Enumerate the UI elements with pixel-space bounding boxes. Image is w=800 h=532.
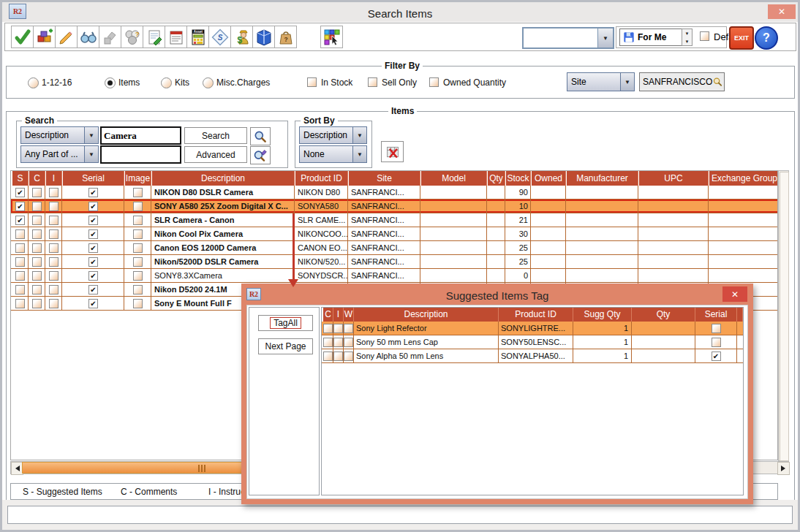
site-search-field[interactable]: SANFRANCISCO xyxy=(639,72,725,91)
sort-primary-combobox[interactable]: Description xyxy=(299,126,367,144)
next-page-button[interactable]: Next Page xyxy=(258,338,313,354)
column-header-desc[interactable]: Description xyxy=(152,171,295,186)
column-header-pid[interactable]: Product ID xyxy=(295,171,348,186)
image-checkbox[interactable] xyxy=(133,243,143,253)
labor-dollar-icon[interactable]: $ xyxy=(230,26,253,48)
column-header-s[interactable]: S xyxy=(12,171,29,186)
search-button[interactable]: Search xyxy=(184,127,247,144)
c-checkbox[interactable] xyxy=(32,299,42,308)
s-checkbox[interactable] xyxy=(15,188,25,197)
i-checkbox[interactable] xyxy=(49,257,59,267)
image-checkbox[interactable] xyxy=(133,257,143,267)
i-checkbox[interactable] xyxy=(49,202,59,211)
c-checkbox[interactable] xyxy=(32,285,42,294)
calendar-icon[interactable] xyxy=(165,26,187,48)
image-checkbox[interactable] xyxy=(133,202,143,211)
i-checkbox[interactable] xyxy=(333,338,343,347)
column-header-i[interactable]: I xyxy=(46,171,62,186)
dialog-table-row[interactable]: Sony 50 mm Lens CapSONY50LENSC...1 xyxy=(322,335,743,349)
search-field-combobox[interactable]: Description xyxy=(20,126,99,144)
help-icon[interactable]: ? xyxy=(755,26,778,50)
vertical-scrollbar-thumb[interactable] xyxy=(780,172,789,461)
chevron-down-icon[interactable] xyxy=(84,127,98,143)
search-icon[interactable] xyxy=(712,75,723,88)
filter-checkbox-sell-only[interactable] xyxy=(368,77,377,87)
notes-icon[interactable] xyxy=(143,26,165,48)
save-for-me-button[interactable]: For Me xyxy=(619,28,685,46)
w-checkbox[interactable] xyxy=(344,338,353,347)
multi-select-icon[interactable] xyxy=(320,26,343,48)
move-disabled-icon[interactable] xyxy=(99,26,121,48)
search-query-input[interactable] xyxy=(100,126,181,145)
serial-checkbox[interactable] xyxy=(88,188,98,197)
suggested-items-table[interactable]: CIWDescriptionProduct IDSugg QtyQtySeria… xyxy=(321,307,744,495)
column-header-owned[interactable]: Owned xyxy=(532,171,566,186)
filter-radio-misc-charges[interactable] xyxy=(203,77,214,88)
filter-radio-1-12-16[interactable] xyxy=(28,77,39,88)
i-checkbox[interactable] xyxy=(333,324,343,333)
table-row[interactable]: Nikon Cool Pix CameraNIKONCOO...SANFRANC… xyxy=(11,227,778,241)
i-checkbox[interactable] xyxy=(49,188,59,197)
column-header-exchange[interactable]: Exchange Group xyxy=(709,171,778,186)
table-row[interactable]: Nikon/5200D DSLR CameraNIKON/520...SANFR… xyxy=(11,255,778,269)
column-header-stock[interactable]: Stock xyxy=(506,171,531,186)
s-checkbox[interactable] xyxy=(15,216,25,225)
image-checkbox[interactable] xyxy=(133,188,143,197)
i-checkbox[interactable] xyxy=(49,243,59,253)
column-header-qty[interactable]: Qty xyxy=(488,171,505,186)
vertical-scrollbar[interactable] xyxy=(778,170,789,461)
s-checkbox[interactable] xyxy=(15,202,25,211)
filter-radio-kits[interactable] xyxy=(161,77,172,88)
serial-checkbox[interactable] xyxy=(712,338,721,347)
serial-checkbox[interactable] xyxy=(88,285,98,294)
dialog-column-header-desc[interactable]: Description xyxy=(354,308,499,322)
c-checkbox[interactable] xyxy=(32,257,42,267)
c-checkbox[interactable] xyxy=(32,271,42,281)
i-checkbox[interactable] xyxy=(49,271,59,281)
image-checkbox[interactable] xyxy=(133,271,143,281)
c-checkbox[interactable] xyxy=(32,229,42,239)
column-header-c[interactable]: C xyxy=(29,171,45,186)
c-checkbox[interactable] xyxy=(32,216,42,225)
window-close-button[interactable]: ✕ xyxy=(768,4,796,19)
i-checkbox[interactable] xyxy=(49,285,59,294)
c-checkbox[interactable] xyxy=(32,188,42,197)
filter-checkbox-in-stock[interactable] xyxy=(307,77,317,87)
find-binoculars-icon[interactable] xyxy=(77,26,99,48)
dialog-close-button[interactable]: ✕ xyxy=(722,286,747,302)
table-row[interactable]: SONY A580 25X Zoom Digital X C...SONYA58… xyxy=(11,200,778,213)
image-checkbox[interactable] xyxy=(133,216,143,225)
s-checkbox[interactable] xyxy=(15,243,25,253)
search-query2-input[interactable] xyxy=(100,145,181,164)
purchase-query-icon[interactable]: ? xyxy=(274,26,297,48)
chevron-down-icon[interactable] xyxy=(352,127,366,143)
column-header-upc[interactable]: UPC xyxy=(639,171,709,186)
chevron-down-icon[interactable] xyxy=(84,146,98,162)
spheres-query-icon[interactable]: ? xyxy=(121,26,143,48)
serial-checkbox[interactable] xyxy=(88,257,98,267)
i-checkbox[interactable] xyxy=(49,216,59,225)
serial-checkbox[interactable] xyxy=(88,202,98,211)
serial-checkbox[interactable] xyxy=(88,216,98,225)
serial-checkbox[interactable] xyxy=(712,324,721,333)
filter-checkbox-owned-quantity[interactable] xyxy=(429,77,439,87)
i-checkbox[interactable] xyxy=(333,352,343,361)
column-header-manufacturer[interactable]: Manufacturer xyxy=(567,171,638,186)
site-filter-combobox[interactable]: Site xyxy=(567,72,635,91)
search-mode-combobox[interactable]: Any Part of ... xyxy=(20,145,99,163)
column-header-model[interactable]: Model xyxy=(421,171,487,186)
serial-checkbox[interactable] xyxy=(88,271,98,281)
advanced-button[interactable]: Advanced xyxy=(184,146,247,163)
column-header-serial[interactable]: Serial xyxy=(63,171,124,186)
filter-radio-items[interactable] xyxy=(105,77,116,88)
dialog-column-header-qty[interactable]: Qty xyxy=(632,308,695,322)
saved-view-combobox[interactable] xyxy=(522,27,614,49)
asset-calculator-icon[interactable]: Asset xyxy=(186,26,209,48)
s-checkbox[interactable] xyxy=(15,229,25,239)
dialog-column-header-w[interactable]: W xyxy=(344,308,354,322)
s-checkbox[interactable] xyxy=(15,285,25,294)
table-row[interactable]: NIKON D80 DSLR CameraNIKON D80SANFRANCI.… xyxy=(11,186,778,200)
i-checkbox[interactable] xyxy=(49,299,59,308)
sort-secondary-combobox[interactable]: None xyxy=(299,145,367,163)
w-checkbox[interactable] xyxy=(344,352,353,361)
